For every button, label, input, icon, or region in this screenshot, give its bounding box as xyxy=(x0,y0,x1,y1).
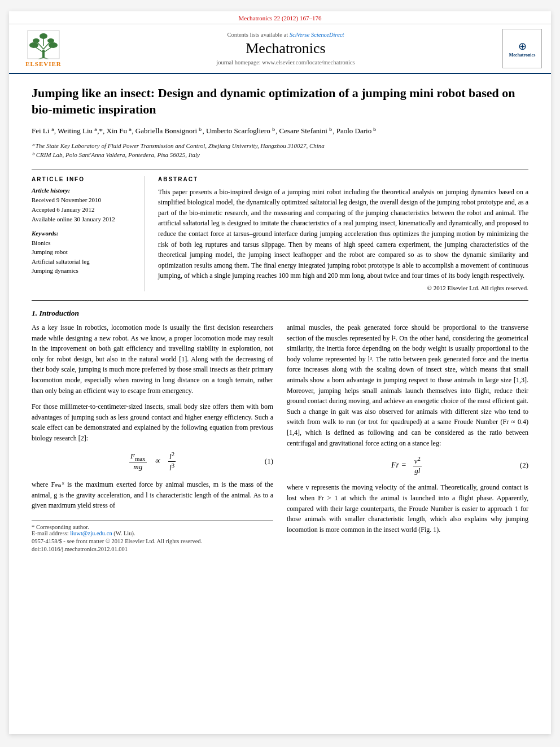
keyword-bionics: Bionics xyxy=(32,239,135,247)
copyright-line: © 2012 Elsevier Ltd. All rights reserved… xyxy=(158,285,528,291)
formula1-denominator: mg xyxy=(132,462,143,471)
footer-doi: doi:10.1016/j.mechatronics.2012.01.001 xyxy=(32,546,273,552)
formula1-ratio: l2 l3 xyxy=(168,451,176,473)
body-section: 1. Introduction As a key issue in roboti… xyxy=(32,300,528,552)
body-left-para2: For those millimeter-to-centimeter-sized… xyxy=(32,401,273,443)
body-right-para2: where v represents the moving velocity o… xyxy=(287,482,528,535)
formula2-fraction: v2 gl xyxy=(413,455,422,475)
body-two-columns: As a key issue in robotics, locomotion m… xyxy=(32,322,528,552)
svg-point-5 xyxy=(29,42,38,48)
article-title: Jumping like an insect: Design and dynam… xyxy=(32,85,528,117)
journal-logo-text: Mechatronics xyxy=(509,53,536,58)
formula1-fraction: Fmax mg xyxy=(129,452,147,471)
keywords-label: Keywords: xyxy=(32,230,135,237)
formula1-l3: l3 xyxy=(168,462,176,473)
svg-point-9 xyxy=(33,38,40,43)
body-left-para1: As a key issue in robotics, locomotion m… xyxy=(32,322,273,396)
footnote-email: E-mail address: liuwt@zju.edu.cn (W. Liu… xyxy=(32,530,273,536)
formula-1: Fmax mg ∝ l2 l3 (1) xyxy=(32,451,273,473)
footnote-star: * Corresponding author. xyxy=(32,524,273,530)
formula1-numerator: Fmax xyxy=(129,452,147,462)
journal-title: Mechatronics xyxy=(69,40,502,57)
abstract-column: Abstract This paper presents a bio-inspi… xyxy=(158,176,528,291)
footnote-email-address[interactable]: liuwt@zju.edu.cn xyxy=(70,530,112,536)
journal-reference: Mechatronics 22 (2012) 167–176 xyxy=(9,11,551,24)
authors: Fei Li ᵃ, Weiting Liu ᵃ,*, Xin Fu ᵃ, Gab… xyxy=(32,125,528,137)
formula1-number: (1) xyxy=(265,457,273,466)
section1-title: 1. Introduction xyxy=(32,309,528,318)
body-left-para3: where Fₘₐˣ is the maximum exerted force … xyxy=(32,479,273,511)
formula1-l2: l2 xyxy=(168,451,176,462)
formula2-denominator: gl xyxy=(413,466,421,475)
available-date: Available online 30 January 2012 xyxy=(32,215,135,224)
elsevier-label: ELSEVIER xyxy=(25,60,62,67)
footer-copyright: 0957-4158/$ - see front matter © 2012 El… xyxy=(32,538,273,544)
affiliations: ᵃ The State Key Laboratory of Fluid Powe… xyxy=(32,141,528,160)
elsevier-logo: ELSEVIER xyxy=(18,30,69,67)
journal-center: Contents lists available at SciVerse Sci… xyxy=(69,29,502,68)
sciverse-link[interactable]: SciVerse ScienceDirect xyxy=(290,32,344,38)
article-meta-section: Article Info Article history: Received 9… xyxy=(32,169,528,291)
journal-logo-right: ⊕ Mechatronics xyxy=(502,29,542,68)
journal-logo-icon: ⊕ xyxy=(518,40,527,53)
keyword-artificial-leg: Artificial saltatorial leg xyxy=(32,257,135,266)
keyword-jumping-robot: Jumping robot xyxy=(32,248,135,256)
body-right-column: animal muscles, the peak generated force… xyxy=(287,322,528,552)
received-date: Received 9 November 2010 xyxy=(32,196,135,204)
formula2-number: (2) xyxy=(520,461,528,470)
history-label: Article history: xyxy=(32,187,135,194)
svg-point-12 xyxy=(40,33,47,39)
svg-point-6 xyxy=(49,42,58,48)
body-right-para1: animal muscles, the peak generated force… xyxy=(287,322,528,448)
footnote: * Corresponding author. E-mail address: … xyxy=(32,520,273,536)
formula-2: Fr = v2 gl (2) xyxy=(287,455,528,475)
svg-point-10 xyxy=(47,38,54,43)
article-info-column: Article Info Article history: Received 9… xyxy=(32,176,145,291)
accepted-date: Accepted 6 January 2012 xyxy=(32,206,135,214)
keyword-jumping-dynamics: Jumping dynamics xyxy=(32,267,135,275)
journal-homepage: journal homepage: www.elsevier.com/locat… xyxy=(69,59,502,65)
formula2-numerator: v2 xyxy=(413,455,422,466)
journal-header: ELSEVIER Contents lists available at Sci… xyxy=(9,24,551,74)
page: Mechatronics 22 (2012) 167–176 xyxy=(9,11,551,734)
abstract-text: This paper presents a bio-inspired desig… xyxy=(158,187,528,281)
body-left-column: As a key issue in robotics, locomotion m… xyxy=(32,322,273,552)
svg-rect-0 xyxy=(42,50,45,58)
elsevier-tree-icon xyxy=(27,30,60,59)
sciverse-line: Contents lists available at SciVerse Sci… xyxy=(69,32,502,38)
abstract-heading: Abstract xyxy=(158,176,528,182)
formula2-label: Fr = xyxy=(391,461,406,469)
formula1-proportional: ∝ xyxy=(154,456,160,465)
article-info-heading: Article Info xyxy=(32,176,135,182)
article-content: Jumping like an insect: Design and dynam… xyxy=(9,74,551,563)
